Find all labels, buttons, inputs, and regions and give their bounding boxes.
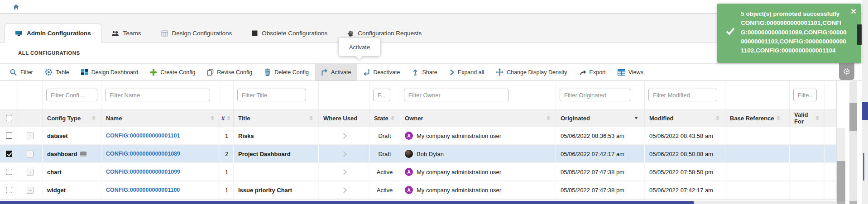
header-config-type[interactable]: Config Type bbox=[43, 109, 101, 127]
expand-row-button[interactable] bbox=[27, 169, 34, 176]
close-icon[interactable] bbox=[851, 9, 856, 14]
share-up-arrow-icon bbox=[412, 69, 419, 76]
sort-icon bbox=[547, 116, 551, 120]
share-button[interactable]: Share bbox=[406, 64, 443, 81]
filter-owner-input[interactable] bbox=[404, 89, 509, 101]
horizontal-scrollbar-thumb[interactable] bbox=[0, 201, 694, 204]
expand-all-button[interactable]: Expand all bbox=[443, 64, 490, 81]
delete-config-button[interactable]: Delete Config bbox=[258, 64, 315, 81]
config-link[interactable]: CONFIG:0000000000001099 bbox=[106, 169, 180, 175]
window-scrollbar-thumb[interactable] bbox=[862, 102, 868, 120]
export-button[interactable]: Export bbox=[573, 64, 612, 81]
table-row[interactable]: chart CONFIG:0000000000001099 1 Active A… bbox=[0, 163, 836, 181]
home-icon[interactable] bbox=[13, 4, 19, 10]
activate-tooltip: Activate bbox=[339, 38, 380, 56]
where-used-chevron[interactable] bbox=[341, 151, 347, 157]
tab-label: Obsolete Configurations bbox=[262, 30, 327, 37]
valid-for-value bbox=[790, 127, 825, 144]
scroll-position-marker bbox=[863, 153, 864, 180]
deactivate-button[interactable]: Deactivate bbox=[357, 64, 406, 81]
modified-value: 05/06/2022 07:42:17 am bbox=[645, 181, 725, 199]
row-checkbox[interactable] bbox=[6, 187, 12, 193]
table-button[interactable]: Table bbox=[39, 64, 75, 81]
row-checkbox[interactable] bbox=[6, 169, 12, 175]
where-used-chevron[interactable] bbox=[341, 169, 347, 175]
base-reference-value bbox=[725, 127, 790, 144]
design-dashboard-button[interactable]: Design Dashboard bbox=[75, 64, 144, 81]
header-num[interactable]: # bbox=[220, 109, 234, 127]
row-checkbox[interactable] bbox=[6, 133, 12, 139]
filter-button[interactable]: Filter bbox=[4, 64, 39, 81]
select-all-checkbox[interactable] bbox=[6, 115, 12, 121]
panel-vertical-scrollbar-thumb[interactable] bbox=[849, 103, 857, 131]
change-display-density-button[interactable]: Change Display Density bbox=[490, 64, 573, 81]
header-originated[interactable]: Originated bbox=[556, 109, 645, 127]
sort-icon bbox=[309, 116, 314, 120]
owner-name: My company administration user bbox=[417, 133, 501, 139]
tab-label: Admin Configurations bbox=[27, 30, 91, 37]
sort-icon bbox=[227, 116, 231, 120]
tab-admin-configurations[interactable]: Admin Configurations bbox=[5, 24, 101, 43]
views-button[interactable]: Views bbox=[612, 64, 649, 81]
header-state[interactable]: State bbox=[369, 109, 400, 127]
header-base-reference[interactable]: Base Reference bbox=[725, 109, 790, 127]
filter-config-type-input[interactable] bbox=[46, 89, 97, 101]
config-link[interactable]: CONFIG:0000000000001100 bbox=[106, 187, 180, 193]
toolbar: Filter Table Design Dashboard Create Con… bbox=[0, 64, 868, 81]
expand-row-button[interactable] bbox=[27, 133, 34, 139]
check-icon bbox=[726, 27, 735, 35]
where-used-chevron[interactable] bbox=[341, 133, 347, 139]
settings-gear-button[interactable] bbox=[839, 63, 854, 80]
magnifier-icon bbox=[10, 69, 17, 76]
activate-arrow-icon bbox=[321, 69, 328, 76]
filter-valid-for-input[interactable] bbox=[793, 89, 817, 101]
plus-icon bbox=[150, 69, 157, 76]
header-modified[interactable]: Modified bbox=[645, 109, 725, 127]
sort-icon bbox=[211, 116, 215, 120]
tab-obsolete-configurations[interactable]: Obsolete Configurations bbox=[242, 24, 337, 42]
grid-vertical-scrollbar-thumb[interactable] bbox=[837, 161, 845, 201]
where-used-chevron[interactable] bbox=[341, 187, 347, 193]
base-reference-value bbox=[725, 145, 790, 162]
activate-button[interactable]: Activate bbox=[315, 64, 357, 81]
header-name[interactable]: Name bbox=[101, 109, 220, 127]
header-valid-for[interactable]: Valid For bbox=[790, 109, 825, 127]
config-type-value: chart bbox=[47, 169, 62, 176]
state-value: Active bbox=[369, 181, 400, 199]
header-title[interactable]: Title bbox=[234, 109, 319, 127]
sort-icon bbox=[391, 116, 395, 120]
sort-icon bbox=[92, 116, 96, 120]
filter-originated-input[interactable] bbox=[560, 89, 631, 101]
row-checkbox[interactable] bbox=[6, 151, 12, 157]
owner-avatar: A bbox=[405, 132, 413, 140]
revise-config-button[interactable]: Revise Config bbox=[201, 64, 258, 81]
tab-teams[interactable]: Teams bbox=[101, 24, 151, 42]
section-title: ALL CONFIGURATIONS bbox=[18, 50, 80, 56]
table-body: dataset CONFIG:0000000000001101 1 Risks … bbox=[0, 127, 836, 199]
expand-row-button[interactable] bbox=[27, 187, 34, 194]
table-row[interactable]: widget CONFIG:0000000000001100 1 Issue p… bbox=[0, 181, 836, 199]
table-row[interactable]: dashboard CONFIG:0000000000001089 2 Proj… bbox=[0, 145, 836, 163]
gear-icon bbox=[843, 68, 850, 75]
revision-number: 1 bbox=[220, 181, 234, 199]
config-link[interactable]: CONFIG:0000000000001101 bbox=[106, 133, 180, 139]
filter-title-input[interactable] bbox=[237, 89, 306, 101]
people-icon bbox=[111, 30, 119, 36]
config-link[interactable]: CONFIG:0000000000001089 bbox=[106, 151, 180, 157]
owner-name: My company administration user bbox=[417, 169, 501, 176]
table-row[interactable]: dataset CONFIG:0000000000001101 1 Risks … bbox=[0, 127, 836, 145]
tab-design-configurations[interactable]: Design Configurations bbox=[151, 24, 242, 42]
owner-name: Bob Dylan bbox=[417, 151, 444, 157]
filter-modified-input[interactable] bbox=[648, 89, 717, 101]
header-where-used[interactable]: Where Used bbox=[319, 109, 369, 127]
valid-for-value bbox=[790, 145, 825, 162]
filter-state-input[interactable] bbox=[373, 89, 390, 101]
header-owner[interactable]: Owner bbox=[400, 109, 556, 127]
revision-number: 1 bbox=[220, 163, 234, 180]
expand-row-button[interactable] bbox=[27, 151, 34, 157]
filter-name-input[interactable] bbox=[105, 89, 210, 101]
sort-desc-icon bbox=[634, 117, 638, 119]
tab-label: Teams bbox=[123, 30, 141, 37]
owner-avatar: A bbox=[405, 168, 413, 176]
create-config-button[interactable]: Create Config bbox=[144, 64, 201, 81]
